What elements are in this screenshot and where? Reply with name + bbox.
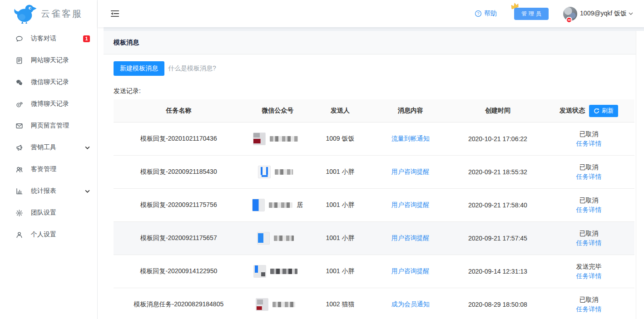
sidebar-item-6[interactable]: 客资管理 [0, 158, 97, 180]
task-detail-link[interactable]: 任务详情 [576, 206, 602, 214]
main-area: 模板消息 新建模板消息 什么是模板消息? 发送记录: 任务名称 微信公众号 发送… [98, 27, 644, 319]
sender: 1009 饭饭 [326, 135, 354, 143]
refresh-button[interactable]: 刷新 [589, 105, 618, 117]
col-task-name: 任务名称 [114, 107, 244, 115]
col-sender: 发送人 [312, 107, 369, 115]
wechat-account-avatar [258, 166, 271, 178]
sender: 1001 小胖 [326, 168, 354, 176]
task-detail-link[interactable]: 任务详情 [576, 272, 602, 280]
collapse-sidebar-button[interactable] [110, 10, 120, 18]
brand-logo: 云雀客服 [0, 0, 97, 27]
sidebar: 云雀客服 访客对话 1 网站聊天记录 微信聊天记录 [0, 0, 98, 319]
what-is-template-message-link[interactable]: 什么是模板消息? [168, 64, 216, 73]
chat-bubble-icon [15, 34, 23, 43]
task-name: 模板消息任务-20200829184805 [134, 300, 224, 309]
task-detail-link[interactable]: 任务详情 [576, 305, 602, 314]
table-row-1[interactable]: 模板回复-20200921185430 1001 小胖 用户咨询提醒 2020-… [114, 156, 634, 189]
wechat-account-name-blurred [274, 236, 294, 241]
message-content-link[interactable]: 流量到帐通知 [391, 135, 430, 143]
users-icon [15, 165, 23, 173]
page-gap-strip [104, 27, 644, 31]
sidebar-item-5[interactable]: 营销工具 [0, 137, 97, 158]
role-badge-label: 管理员 [521, 10, 543, 17]
help-link[interactable]: ? 帮助 [475, 10, 497, 18]
new-template-message-button[interactable]: 新建模板消息 [114, 61, 164, 76]
sidebar-item-3[interactable]: 微博聊天记录 [0, 93, 97, 115]
wechat-account-name-blurred [270, 269, 297, 274]
envelope-icon [15, 122, 23, 130]
sidebar-item-7[interactable]: 统计报表 [0, 180, 97, 202]
task-name: 模板回复-20201021170436 [140, 135, 217, 143]
records-table: 任务名称 微信公众号 发送人 消息内容 创建时间 发送状态 [114, 99, 634, 319]
col-message-content: 消息内容 [369, 107, 452, 115]
chevron-down-icon[interactable] [85, 146, 90, 149]
sidebar-item-label: 网站聊天记录 [31, 56, 69, 64]
sender: 1001 小胖 [326, 234, 354, 242]
wechat-account-name-blurred [275, 169, 293, 175]
sidebar-item-label: 客资管理 [31, 165, 56, 173]
table-row-2[interactable]: 模板回复-20200921175756 居 1001 小胖 用户咨询提醒 202… [114, 189, 634, 222]
created-time: 2020-09-21 18:55:32 [468, 168, 527, 176]
table-row-4[interactable]: 模板回复-20200914122950 1001 小胖 用户咨询提醒 2020-… [114, 255, 634, 288]
chevron-down-icon[interactable] [85, 190, 90, 193]
crown-icon [509, 1, 521, 12]
svg-text:?: ? [477, 11, 480, 16]
collapse-menu-icon [110, 10, 119, 17]
col-created-time: 创建时间 [452, 107, 544, 115]
wechat-account-avatar [257, 232, 270, 245]
sidebar-item-label: 微博聊天记录 [31, 100, 69, 108]
status-text: 已取消 [580, 163, 599, 172]
created-time: 2020-09-14 12:31:13 [468, 268, 527, 275]
avatar [563, 7, 577, 21]
sidebar-item-1[interactable]: 网站聊天记录 [0, 49, 97, 71]
sidebar-item-2[interactable]: 微信聊天记录 [0, 71, 97, 93]
status-text: 已取消 [580, 296, 599, 304]
sidebar-item-label: 访客对话 [31, 34, 56, 43]
gear-icon [15, 209, 23, 217]
task-detail-link[interactable]: 任务详情 [576, 239, 602, 247]
sidebar-item-label: 微信聊天记录 [31, 78, 69, 86]
sidebar-item-9[interactable]: 个人设置 [0, 224, 97, 245]
sidebar-item-8[interactable]: 团队设置 [0, 202, 97, 224]
status-text: 已取消 [580, 196, 599, 205]
message-content-link[interactable]: 用户咨询提醒 [391, 267, 430, 275]
scrollbar[interactable] [636, 31, 644, 319]
refresh-label: 刷新 [602, 107, 614, 115]
table-row-5[interactable]: 模板消息任务-20200829184805 1002 猫猫 成为会员通知 202… [114, 288, 634, 319]
status-text: 已取消 [580, 230, 599, 238]
message-content-link[interactable]: 用户咨询提醒 [391, 168, 430, 176]
message-content-link[interactable]: 成为会员通知 [391, 300, 430, 309]
sidebar-item-0[interactable]: 访客对话 1 [0, 28, 97, 49]
wechat-account-avatar [253, 133, 266, 145]
page-header: 模板消息 [104, 31, 644, 54]
col-wechat-account: 微信公众号 [244, 107, 312, 115]
created-time: 2020-10-21 17:06:22 [468, 135, 527, 142]
message-content-link[interactable]: 用户咨询提醒 [391, 201, 430, 209]
chevron-down-icon [629, 12, 633, 15]
task-name: 模板回复-20200921175756 [140, 201, 217, 209]
wechat-account-avatar [256, 298, 268, 311]
created-time: 2020-08-29 18:50:08 [468, 301, 527, 308]
sidebar-item-4[interactable]: 网页留言管理 [0, 115, 97, 137]
bird-logo-icon [14, 4, 36, 24]
brand-name: 云雀客服 [41, 8, 83, 20]
task-detail-link[interactable]: 任务详情 [576, 140, 602, 148]
help-label: 帮助 [484, 10, 497, 18]
wechat-account [253, 133, 302, 145]
sender: 1002 猫猫 [326, 300, 354, 309]
wechat-account [257, 232, 298, 245]
weibo-icon [15, 100, 23, 108]
task-detail-link[interactable]: 任务详情 [576, 173, 602, 181]
table-row-3[interactable]: 模板回复-20200921175657 1001 小胖 用户咨询提醒 2020-… [114, 222, 634, 255]
task-name: 模板回复-20200914122950 [140, 267, 218, 275]
page-title: 模板消息 [114, 39, 139, 47]
wechat-account-name-blurred [269, 202, 292, 208]
do-not-disturb-badge [566, 17, 572, 23]
table-row-0[interactable]: 模板回复-20201021170436 1009 饭饭 流量到帐通知 2020-… [114, 123, 634, 156]
message-content-link[interactable]: 用户咨询提醒 [391, 234, 430, 242]
user-menu[interactable]: 1009@yqkf 饭饭 [563, 7, 633, 21]
wechat-account [253, 265, 302, 278]
status-text: 已取消 [580, 130, 599, 138]
page-content: 新建模板消息 什么是模板消息? 发送记录: 任务名称 微信公众号 发送人 消息内… [104, 54, 644, 319]
wechat-account-name-suffix: 居 [297, 201, 303, 209]
